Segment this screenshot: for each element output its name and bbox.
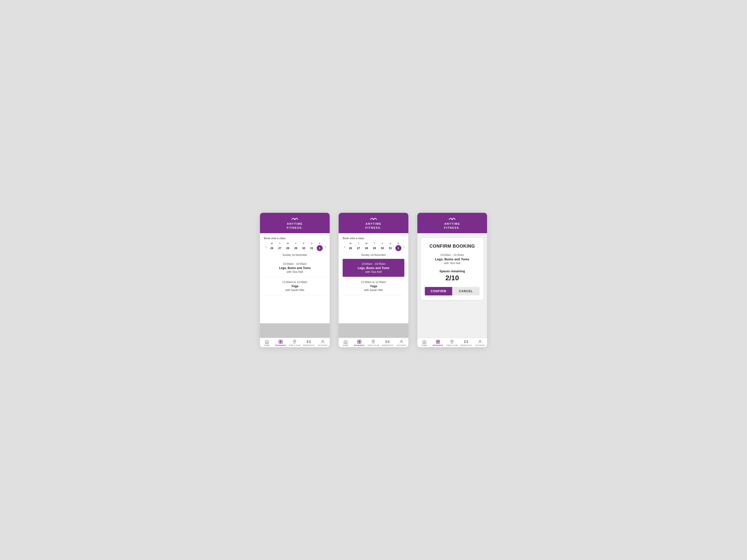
nav-account-3[interactable]: ACCOUNT xyxy=(474,340,486,346)
nav-findgym-label-3: FIND A GYM xyxy=(446,344,458,346)
cal-prev-2[interactable]: ‹ xyxy=(343,244,347,249)
account-icon-2 xyxy=(399,340,404,344)
nav-bookings-1[interactable]: BOOKINGS xyxy=(275,340,286,346)
cal-day-mon-1: M 26 xyxy=(268,242,276,251)
logo-1: ANYTIME FITNESS. xyxy=(287,217,303,230)
class-slot-1b[interactable]: 11:00am to 12:00pm Yoga with Sarah Hills xyxy=(264,277,326,295)
class-slot-1a[interactable]: 10:00am - 10:45am Legs, Bums and Tums wi… xyxy=(264,259,326,277)
logo-text-anytime-1: ANYTIME xyxy=(287,222,303,225)
cal-next-2[interactable]: › xyxy=(402,244,406,249)
nav-findgym-1[interactable]: FIND A GYM xyxy=(289,340,300,346)
nav-home-label-1: HOME xyxy=(264,344,270,346)
calendar-nav-2: ‹ M 26 T 27 W 28 T xyxy=(343,242,404,251)
bookings-icon-2 xyxy=(357,340,362,344)
logo-text-fitness-2: FITNESS. xyxy=(365,226,382,229)
logo-3: ANYTIME FITNESS. xyxy=(444,217,460,230)
class-name-2b: Yoga xyxy=(345,285,402,288)
cal-date-label-2: Sunday 1st November xyxy=(343,254,404,256)
nav-account-label-1: ACCOUNT xyxy=(318,344,328,346)
class-name-1b: Yoga xyxy=(266,285,323,288)
class-time-1a: 10:00am - 10:45am xyxy=(266,262,323,265)
svg-point-30 xyxy=(467,341,468,342)
findgym-icon-2 xyxy=(371,340,376,344)
svg-point-17 xyxy=(386,341,386,342)
nav-account-2[interactable]: ACCOUNT xyxy=(396,340,407,346)
class-slot-2a[interactable]: 10:00am - 10:45am Legs, Bums and Tums wi… xyxy=(343,259,404,277)
workouts-icon-3 xyxy=(464,340,468,344)
cal-day-tue-1: T 27 xyxy=(276,242,284,251)
page-title-2: Book onto a class xyxy=(343,237,404,240)
svg-point-28 xyxy=(464,341,465,342)
ad-block-2 xyxy=(339,323,408,338)
bottom-nav-2: HOME BOOKINGS FIND A GYM WORKOUTS ACCOUN… xyxy=(339,338,408,347)
svg-point-11 xyxy=(373,219,374,220)
cal-day-wed-2: W 28 xyxy=(363,242,370,251)
nav-workouts-1[interactable]: WORKOUTS xyxy=(303,340,314,346)
workouts-icon-2 xyxy=(385,340,390,344)
cal-day-thu-2: T 29 xyxy=(371,242,378,251)
bottom-nav-1: HOME BOOKINGS FIND A GYM WORKOUTS ACCOUN… xyxy=(260,338,330,347)
nav-findgym-label-2: FIND A GYM xyxy=(367,344,379,346)
nav-bookings-3[interactable]: BOOKINGS xyxy=(433,340,443,346)
class-time-2a: 10:00am - 10:45am xyxy=(345,262,402,265)
svg-point-29 xyxy=(464,342,465,343)
nav-workouts-2[interactable]: WORKOUTS xyxy=(382,340,393,346)
nav-home-label-3: HOME xyxy=(421,344,427,346)
cal-day-sun-1[interactable]: S 1 xyxy=(316,242,324,251)
class-instructor-2b: with Sarah Hills xyxy=(345,289,402,291)
svg-point-5 xyxy=(294,341,295,342)
nav-account-label-2: ACCOUNT xyxy=(397,344,406,346)
confirm-button[interactable]: CONFIRM xyxy=(425,287,452,295)
home-icon-1 xyxy=(265,340,269,344)
svg-point-9 xyxy=(310,342,311,343)
cal-days-2: M 26 T 27 W 28 T 29 xyxy=(347,242,402,251)
workouts-icon-1 xyxy=(307,340,311,344)
cal-day-tue-2: T 27 xyxy=(355,242,362,251)
svg-rect-2 xyxy=(281,340,282,342)
app-header-2: ANYTIME FITNESS. xyxy=(339,213,408,233)
home-icon-2 xyxy=(343,340,348,344)
class-slot-2b[interactable]: 11:00am to 12:00pm Yoga with Sarah Hills xyxy=(343,277,404,295)
svg-point-8 xyxy=(310,341,311,342)
nav-home-label-2: HOME xyxy=(343,344,349,346)
cal-prev-1[interactable]: ‹ xyxy=(264,244,268,249)
nav-home-2[interactable]: HOME xyxy=(340,340,351,346)
cal-day-wed-1: W 28 xyxy=(284,242,291,251)
svg-rect-3 xyxy=(279,342,280,344)
nav-findgym-3[interactable]: FIND A GYM xyxy=(446,340,458,346)
ad-block-1 xyxy=(260,323,330,338)
nav-workouts-label-1: WORKOUTS xyxy=(303,344,314,346)
logo-text-fitness-1: FITNESS. xyxy=(287,226,303,229)
svg-point-6 xyxy=(307,341,308,342)
nav-workouts-3[interactable]: WORKOUTS xyxy=(460,340,472,346)
nav-account-1[interactable]: ACCOUNT xyxy=(317,340,328,346)
svg-point-16 xyxy=(373,341,374,342)
class-instructor-2a: with Tara Nell xyxy=(345,270,402,273)
phone-screen-1: ANYTIME FITNESS. Book onto a class ‹ M 2… xyxy=(260,213,330,347)
svg-rect-13 xyxy=(360,340,361,342)
nav-account-label-3: ACCOUNT xyxy=(475,344,485,346)
confirm-body: CONFIRM BOOKING 10:00am - 10:45am Legs, … xyxy=(417,233,487,338)
cal-day-sat-2: S 31 xyxy=(387,242,394,251)
nav-home-1[interactable]: HOME xyxy=(261,340,273,346)
cal-day-sun-2[interactable]: S 1 xyxy=(395,242,402,251)
phone-screen-2: ANYTIME FITNESS. Book onto a class ‹ M 2… xyxy=(339,213,408,347)
logo-text-anytime-2: ANYTIME xyxy=(365,222,382,225)
cal-days-1: M 26 T 27 W 28 T 29 xyxy=(268,242,324,251)
svg-point-27 xyxy=(452,341,453,342)
confirm-title: CONFIRM BOOKING xyxy=(430,244,475,249)
cal-next-1[interactable]: › xyxy=(324,244,328,249)
svg-point-0 xyxy=(294,219,295,220)
cal-day-sat-1: S 31 xyxy=(308,242,315,251)
bottom-nav-3: HOME BOOKINGS FIND A GYM WORKOUTS ACCOUN… xyxy=(417,338,487,347)
cancel-button[interactable]: CANCEL xyxy=(452,287,480,295)
nav-workouts-label-3: WORKOUTS xyxy=(460,344,472,346)
nav-home-3[interactable]: HOME xyxy=(419,340,430,346)
svg-point-32 xyxy=(479,340,481,342)
svg-rect-24 xyxy=(438,340,440,342)
nav-findgym-2[interactable]: FIND A GYM xyxy=(367,340,379,346)
svg-point-18 xyxy=(386,342,386,343)
page-title-1: Book onto a class xyxy=(264,237,326,240)
nav-bookings-2[interactable]: BOOKINGS xyxy=(354,340,365,346)
svg-rect-12 xyxy=(358,340,359,342)
